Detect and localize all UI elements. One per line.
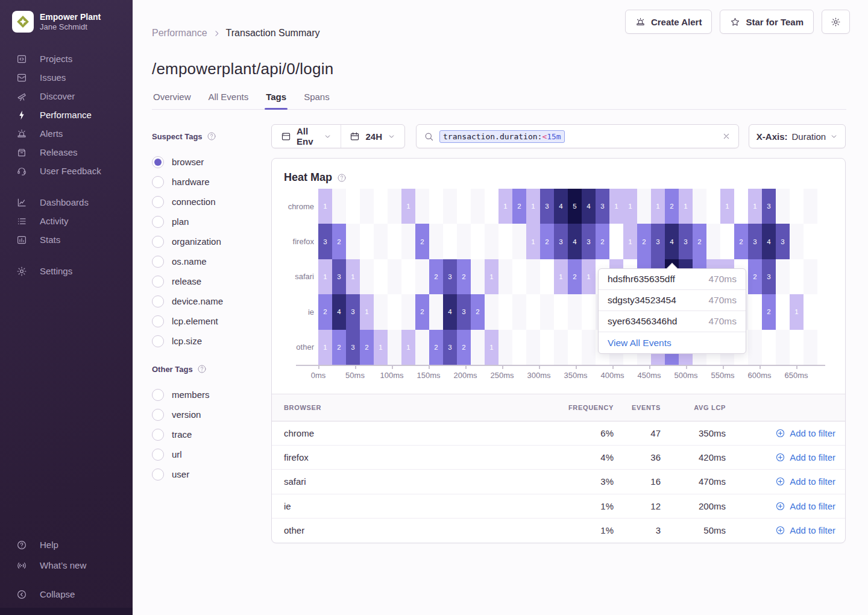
tag-option-organization[interactable]: organization — [152, 232, 258, 251]
heatmap-cell[interactable]: 1 — [790, 294, 804, 329]
tag-option-members[interactable]: members — [152, 385, 258, 405]
radio-unchecked-icon[interactable] — [152, 335, 164, 347]
radio-unchecked-icon[interactable] — [152, 256, 164, 268]
heatmap-cell[interactable]: 2 — [332, 224, 346, 259]
search-filter-token[interactable]: transaction.duration:<15m — [439, 130, 565, 143]
heatmap-cell[interactable]: 1 — [748, 189, 762, 224]
heatmap-cell[interactable]: 4 — [582, 189, 596, 224]
event-id[interactable]: hdsfhr635635dff — [608, 274, 675, 285]
heatmap-cell[interactable]: 2 — [540, 224, 554, 259]
heatmap-cell[interactable]: 1 — [623, 224, 637, 259]
heatmap-cell[interactable]: 3 — [762, 189, 776, 224]
question-circle-icon[interactable] — [207, 131, 216, 141]
heatmap-cell[interactable]: 2 — [512, 189, 526, 224]
add-to-filter-button[interactable]: Add to filter — [726, 501, 840, 511]
radio-unchecked-icon[interactable] — [152, 216, 164, 228]
heatmap-cell[interactable]: 1 — [526, 224, 540, 259]
heatmap-cell[interactable]: 2 — [596, 224, 609, 259]
heatmap-cell[interactable]: 2 — [457, 330, 471, 365]
tag-option-os-name[interactable]: os.name — [152, 251, 258, 271]
breadcrumb-parent[interactable]: Performance — [152, 28, 207, 39]
heatmap-cell[interactable]: 1 — [360, 294, 374, 329]
radio-unchecked-icon[interactable] — [152, 429, 164, 441]
tag-option-trace[interactable]: trace — [152, 424, 258, 444]
star-for-team-button[interactable]: Star for Team — [720, 10, 814, 34]
heatmap-cell[interactable]: 4 — [762, 224, 776, 259]
tab-overview[interactable]: Overview — [152, 90, 192, 109]
heatmap-cell[interactable]: 1 — [679, 189, 693, 224]
clear-search-icon[interactable] — [722, 131, 731, 141]
sidebar-item-performance[interactable]: Performance — [0, 106, 133, 124]
question-circle-icon[interactable] — [197, 364, 207, 374]
sidebar-item-activity[interactable]: Activity — [0, 212, 133, 230]
heatmap-cell[interactable]: 2 — [693, 224, 706, 259]
heatmap-cell[interactable]: 4 — [554, 189, 568, 224]
heatmap-cell[interactable]: 2 — [734, 224, 748, 259]
search-input[interactable]: transaction.duration:<15m — [416, 124, 739, 148]
radio-unchecked-icon[interactable] — [152, 176, 164, 188]
date-range-selector[interactable]: 24H — [341, 125, 404, 148]
environment-selector[interactable]: All Env — [272, 125, 341, 148]
heatmap-cell[interactable]: 1 — [623, 189, 637, 224]
create-alert-button[interactable]: Create Alert — [625, 10, 712, 34]
heatmap-cell[interactable]: 3 — [776, 224, 790, 259]
sidebar-item-releases[interactable]: Releases — [0, 143, 133, 162]
tooltip-event-row[interactable]: hdsfhr635635dff470ms — [599, 269, 746, 290]
heatmap-cell[interactable]: 2 — [429, 259, 443, 294]
radio-unchecked-icon[interactable] — [152, 196, 164, 208]
heatmap-cell[interactable]: 3 — [318, 224, 332, 259]
sidebar-item-discover[interactable]: Discover — [0, 87, 133, 106]
heatmap-cell[interactable]: 2 — [471, 294, 485, 329]
add-to-filter-button[interactable]: Add to filter — [726, 525, 840, 535]
tag-option-lcp-size[interactable]: lcp.size — [152, 331, 258, 351]
add-to-filter-button[interactable]: Add to filter — [726, 452, 840, 462]
heatmap-cell[interactable]: 3 — [762, 259, 776, 294]
heatmap-cell[interactable]: 3 — [332, 259, 346, 294]
heatmap-cell[interactable]: 3 — [443, 330, 457, 365]
radio-unchecked-icon[interactable] — [152, 449, 164, 461]
heatmap-cell[interactable]: 3 — [748, 224, 762, 259]
add-to-filter-button[interactable]: Add to filter — [726, 428, 840, 438]
x-axis-selector[interactable]: X-Axis: Duration — [749, 124, 846, 148]
heatmap-cell[interactable]: 3 — [582, 224, 596, 259]
tag-option-hardware[interactable]: hardware — [152, 172, 258, 192]
radio-unchecked-icon[interactable] — [152, 389, 164, 401]
settings-button[interactable] — [822, 10, 850, 34]
heatmap-cell[interactable]: 3 — [554, 224, 568, 259]
tab-tags[interactable]: Tags — [265, 90, 288, 109]
radio-unchecked-icon[interactable] — [152, 315, 164, 327]
heatmap-cell[interactable]: 3 — [346, 330, 360, 365]
heatmap-cell[interactable]: 1 — [318, 330, 332, 365]
tag-option-user[interactable]: user — [152, 464, 258, 484]
event-id[interactable]: sdgsty34523454 — [608, 295, 676, 306]
radio-unchecked-icon[interactable] — [152, 276, 164, 288]
tag-option-release[interactable]: release — [152, 271, 258, 291]
tag-option-device-name[interactable]: device.name — [152, 291, 258, 311]
heatmap-cell[interactable]: 1 — [720, 189, 734, 224]
heatmap-cell[interactable]: 2 — [429, 330, 443, 365]
heatmap-cell[interactable]: 4 — [665, 224, 679, 259]
heatmap-cell[interactable]: 1 — [498, 189, 512, 224]
heatmap-cell[interactable]: 3 — [679, 224, 693, 259]
sidebar-item-projects[interactable]: Projects — [0, 49, 133, 68]
heatmap-cell[interactable]: 1 — [554, 259, 568, 294]
heatmap-cell[interactable]: 1 — [485, 330, 498, 365]
tag-option-lcp-element[interactable]: lcp.element — [152, 311, 258, 331]
heatmap-cell[interactable]: 3 — [540, 189, 554, 224]
sidebar-item-help[interactable]: Help — [0, 535, 133, 554]
tag-option-plan[interactable]: plan — [152, 212, 258, 232]
tab-all-events[interactable]: All Events — [207, 90, 250, 109]
heatmap-cell[interactable]: 4 — [443, 294, 457, 329]
tooltip-event-row[interactable]: sdgsty34523454470ms — [599, 290, 746, 311]
event-id[interactable]: syer63456346hd — [608, 316, 678, 327]
view-all-events-link[interactable]: View All Events — [608, 338, 671, 348]
heatmap-cell[interactable]: 1 — [401, 330, 415, 365]
heatmap-cell[interactable]: 1 — [401, 189, 415, 224]
radio-unchecked-icon[interactable] — [152, 468, 164, 481]
radio-unchecked-icon[interactable] — [152, 236, 164, 248]
sidebar-item-user-feedback[interactable]: User Feedback — [0, 162, 133, 180]
heatmap-cell[interactable]: 1 — [318, 189, 332, 224]
tag-option-connection[interactable]: connection — [152, 192, 258, 212]
org-switcher[interactable]: Empower Plant Jane Schmidt — [12, 11, 101, 33]
tooltip-event-row[interactable]: syer63456346hd470ms — [599, 311, 746, 332]
